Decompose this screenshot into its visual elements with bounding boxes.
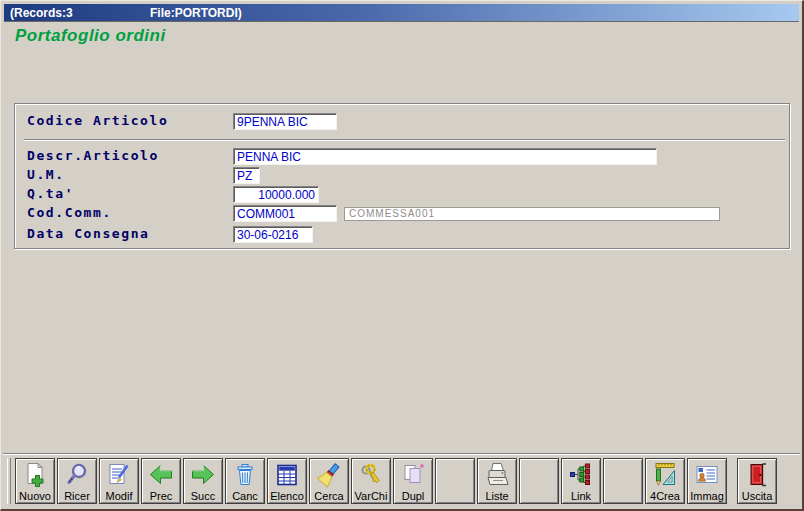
drawing-tools-icon [652,460,678,490]
prec-button[interactable]: Prec [141,458,181,504]
liste-label: Liste [485,490,508,502]
codice-articolo-label: Codice Articolo [27,113,168,128]
table-list-icon [274,460,300,490]
records-count: (Records:3 [10,4,73,22]
succ-button[interactable]: Succ [183,458,223,504]
descr-articolo-label: Descr.Articolo [27,148,159,163]
dupl-label: Dupl [402,490,425,502]
link-button[interactable]: Link [561,458,601,504]
nuovo-label: Nuovo [19,490,51,502]
flashlight-icon [316,460,342,490]
duplicate-icon [400,460,426,490]
toolbar-divider [3,453,800,454]
arrow-right-icon [190,460,216,490]
ricer-label: Ricer [64,490,90,502]
elenco-button[interactable]: Elenco [267,458,307,504]
toolbar-gripper [7,458,11,504]
arrow-left-icon [148,460,174,490]
printer-icon [484,460,510,490]
canc-label: Canc [232,490,258,502]
edit-document-icon [106,460,132,490]
crea-label: 4Crea [650,490,680,502]
descr-articolo-input[interactable] [233,148,657,165]
uscita-button[interactable]: Uscita [737,458,777,504]
dupl-button[interactable]: Dupl [393,458,433,504]
qta-label: Q.ta' [27,186,74,201]
modif-button[interactable]: Modif [99,458,139,504]
qta-input[interactable] [233,186,319,203]
trash-icon [232,460,258,490]
app-window: (Records:3 File:PORTORDI) Portafoglio or… [0,0,804,511]
page-title: Portafoglio ordini [15,26,166,46]
elenco-label: Elenco [270,490,304,502]
nuovo-button[interactable]: Nuovo [15,458,55,504]
link-label: Link [571,490,591,502]
um-label: U.M. [27,167,65,182]
cod-comm-label: Cod.Comm. [27,205,112,220]
codice-articolo-input[interactable] [233,113,337,130]
data-consegna-label: Data Consegna [27,226,150,241]
search-icon [64,460,90,490]
image-card-icon [694,460,720,490]
prec-label: Prec [150,490,173,502]
data-consegna-input[interactable] [233,226,313,243]
new-record-icon [22,460,48,490]
ricer-button[interactable]: Ricer [57,458,97,504]
file-name: File:PORTORDI) [150,4,242,22]
modif-label: Modif [106,490,133,502]
crea-button[interactable]: 4Crea [645,458,685,504]
um-input[interactable] [233,167,260,184]
liste-button[interactable]: Liste [477,458,517,504]
section-divider [24,139,785,140]
toolbar: Nuovo Ricer [7,458,777,504]
uscita-label: Uscita [742,490,773,502]
immag-label: Immag [690,490,724,502]
link-tree-icon [568,460,594,490]
keys-icon [358,460,384,490]
cod-comm-input[interactable] [233,205,337,222]
toolbar-empty-slot-1 [435,458,475,504]
canc-button[interactable]: Canc [225,458,265,504]
succ-label: Succ [191,490,215,502]
cerca-label: Cerca [314,490,343,502]
exit-door-icon [744,460,770,490]
toolbar-empty-slot-2 [519,458,559,504]
toolbar-empty-slot-3 [603,458,643,504]
immag-button[interactable]: Immag [687,458,727,504]
order-form-box: Codice Articolo Descr.Articolo U.M. Q.ta… [14,103,790,249]
commessa-description: COMMESSA001 [344,207,720,221]
varchi-button[interactable]: VarChi [351,458,391,504]
varchi-label: VarChi [355,490,388,502]
cerca-button[interactable]: Cerca [309,458,349,504]
title-bar: (Records:3 File:PORTORDI) [4,4,799,22]
